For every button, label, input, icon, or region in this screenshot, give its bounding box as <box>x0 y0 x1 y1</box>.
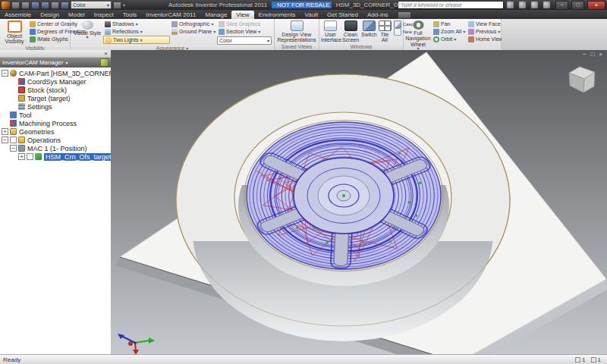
doc-restore-icon[interactable] <box>590 51 594 58</box>
stock-icon <box>18 86 25 93</box>
qat-options-icon[interactable]: ▾ <box>123 2 125 8</box>
folder-icon <box>18 136 25 143</box>
inventor-logo-icon[interactable] <box>2 2 10 9</box>
model-viewport[interactable] <box>111 50 607 355</box>
tab-view[interactable]: View <box>231 11 253 19</box>
full-navigation-wheel-button[interactable]: Full Navigation Wheel ▾ <box>404 20 432 50</box>
collapse-icon[interactable] <box>2 136 8 143</box>
section-view-button[interactable]: Section View ▾ <box>217 28 272 35</box>
close-button[interactable] <box>587 1 605 10</box>
wrench-icon[interactable] <box>519 2 526 8</box>
document-count-icon <box>575 357 580 362</box>
degrees-of-freedom-icon <box>30 29 36 35</box>
document-window-controls <box>583 51 602 58</box>
browser-tree: CAM-Part [HSM_3D_CORNER_OFFSET_IV] Coord… <box>0 67 111 355</box>
slice-graphics-icon <box>219 21 225 27</box>
undo-icon[interactable] <box>31 2 39 9</box>
orthographic-button[interactable]: Orthographic ▾ <box>170 20 217 27</box>
user-interface-button[interactable]: User Interface <box>320 20 341 43</box>
clean-screen-button[interactable]: Clean Screen <box>341 20 360 43</box>
tab-tools[interactable]: Tools <box>118 11 142 19</box>
collapse-icon[interactable] <box>2 70 8 77</box>
tree-item-operations[interactable]: Operations <box>0 136 111 144</box>
zoom-all-button[interactable]: Zoom All ▾ <box>432 28 467 35</box>
tab-inspect[interactable]: Inspect <box>90 11 118 19</box>
minimize-button[interactable] <box>555 1 568 10</box>
ground-plane-button[interactable]: Ground Plane ▾ <box>170 28 217 35</box>
design-view-representations-button[interactable]: Design View Representations <box>275 20 318 43</box>
tree-item-mac1[interactable]: MAC 1 (1- Position) <box>0 144 111 152</box>
search-input[interactable] <box>398 1 504 9</box>
binoculars-icon[interactable] <box>507 2 514 8</box>
doc-minimize-icon[interactable] <box>583 51 587 58</box>
tab-get-started[interactable]: Get Started <box>322 11 363 19</box>
visual-style-button[interactable]: Visual Style ▾ <box>71 20 103 45</box>
tab-model[interactable]: Model <box>64 11 90 19</box>
orbit-button[interactable]: Orbit ▾ <box>432 36 467 42</box>
color-dropdown[interactable]: Color ▾ <box>217 36 272 45</box>
tile-all-button[interactable]: Tile All <box>377 20 392 43</box>
lightbulb-icon <box>105 37 112 43</box>
chevron-down-icon: ▾ <box>211 21 213 27</box>
expand-icon[interactable] <box>18 153 25 160</box>
title-bar-right <box>398 1 607 10</box>
update-icon[interactable] <box>61 2 69 9</box>
ribbon-options-icon[interactable] <box>398 11 411 19</box>
home-view-button[interactable]: Home View <box>467 36 502 42</box>
panel-close-icon[interactable] <box>102 51 109 57</box>
status-counters: 1 1 <box>575 356 607 363</box>
tree-item-settings[interactable]: Settings <box>0 102 111 111</box>
tree-item-tool[interactable]: Tool <box>0 111 111 119</box>
tab-environments[interactable]: Environments <box>254 11 300 19</box>
checkbox[interactable] <box>10 136 17 143</box>
tab-add-ins[interactable]: Add-Ins <box>363 11 393 19</box>
tab-design[interactable]: Design <box>36 11 64 19</box>
tab-assemble[interactable]: Assemble <box>0 11 36 19</box>
tree-item-cam-part[interactable]: CAM-Part [HSM_3D_CORNER_OFFSET_IV] <box>0 69 111 77</box>
tab-vault[interactable]: Vault <box>300 11 322 19</box>
collapse-icon[interactable] <box>10 145 17 152</box>
ribbon-group-visibility: Object Visibility Center of Gravity Degr… <box>0 19 71 50</box>
zoom-all-icon <box>433 29 439 35</box>
tree-item-machining-process[interactable]: Machining Process <box>0 119 111 127</box>
star-icon[interactable] <box>531 2 538 8</box>
switch-windows-button[interactable]: Switch <box>360 20 377 43</box>
tree-item-target[interactable]: Target (target) <box>0 94 111 102</box>
title-bar: Color ▾ ▾ Autodesk Inventor Professional… <box>0 0 607 10</box>
ribbon-empty-area <box>502 19 607 50</box>
print-icon[interactable] <box>51 2 59 9</box>
doc-close-icon[interactable] <box>599 51 602 58</box>
save-icon[interactable] <box>21 2 30 9</box>
color-override-dropdown[interactable]: Color ▾ <box>71 1 112 9</box>
chevron-down-icon: ▾ <box>463 29 465 34</box>
previous-view-button[interactable]: Previous ▾ <box>467 28 502 35</box>
restore-button[interactable] <box>571 1 584 10</box>
reflections-button[interactable]: Reflections ▾ <box>103 28 170 35</box>
help-icon[interactable] <box>543 2 550 8</box>
coordsys-icon <box>18 78 25 85</box>
tab-manage[interactable]: Manage <box>200 11 231 19</box>
redo-icon[interactable] <box>41 2 49 9</box>
expand-icon[interactable] <box>2 128 8 135</box>
pencil-icon[interactable] <box>113 2 121 9</box>
checkbox[interactable] <box>27 153 33 160</box>
tree-item-coordsys[interactable]: CoordSys Manager <box>0 77 111 86</box>
machining-process-icon <box>10 120 17 127</box>
two-lights-button[interactable]: Two Lights ▾ <box>103 36 170 44</box>
browser-panel-header[interactable]: InventorCAM Manager ▾ <box>0 58 111 67</box>
view-face-button[interactable]: View Face <box>467 20 502 27</box>
pan-button[interactable]: Pan <box>432 20 467 27</box>
occurrence-counter: 1 <box>575 356 585 363</box>
browser-options-icon[interactable] <box>100 58 109 67</box>
ground-plane-icon <box>171 29 178 35</box>
slice-graphics-button: Slice Graphics <box>217 20 272 27</box>
tree-item-geometries[interactable]: Geometries <box>0 127 111 136</box>
tree-item-stock[interactable]: Stock (stock) <box>0 86 111 94</box>
object-visibility-icon <box>8 20 22 33</box>
shadows-button[interactable]: Shadows ▾ <box>103 20 170 27</box>
tab-inventorcam[interactable]: InventorCAM 2011 <box>141 11 200 19</box>
new-file-icon[interactable] <box>11 2 20 9</box>
object-visibility-button[interactable]: Object Visibility <box>1 20 28 45</box>
ribbon-group-appearance: Visual Style ▾ Shadows ▾ Reflections ▾ T… <box>71 19 275 50</box>
tree-item-hsm-operation[interactable]: HSM_Crn_Ofs_target_T1 <box>0 152 111 161</box>
